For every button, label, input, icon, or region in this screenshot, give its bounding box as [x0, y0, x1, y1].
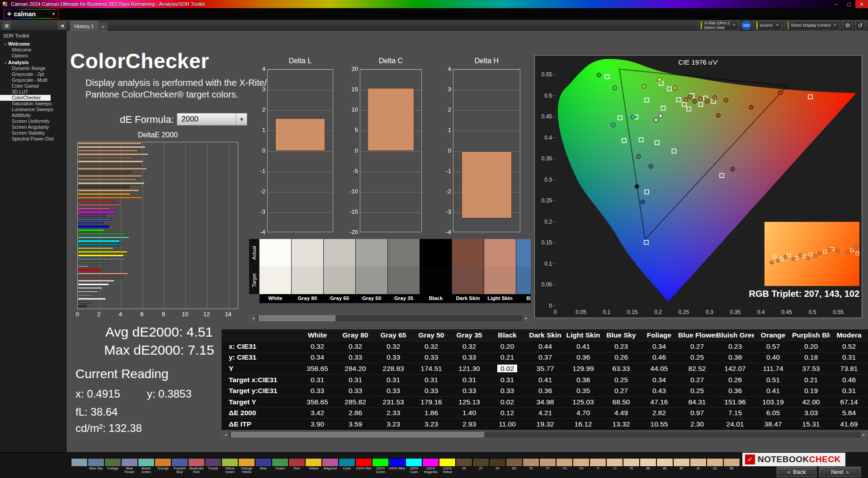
- footer-swatch-100-blue[interactable]: 100% Blue: [389, 458, 406, 474]
- table-cell: 0.33: [336, 387, 374, 395]
- footer-swatch-orange-yellow[interactable]: Orange Yellow: [238, 458, 255, 474]
- footer-swatch-5d[interactable]: 5D: [506, 458, 523, 474]
- source-selector-button[interactable]: Source ▼: [754, 20, 782, 30]
- deltae-bar-42: [78, 294, 93, 296]
- table-cell: 121.30: [450, 365, 488, 373]
- scroll-left-icon[interactable]: ◄: [250, 315, 257, 322]
- footer-swatch-7k[interactable]: 7K: [623, 458, 640, 474]
- scroll-right-icon[interactable]: ►: [860, 431, 868, 438]
- column-header-dark-skin: Dark Skin: [526, 331, 564, 339]
- display-control-button[interactable]: Direct Display Control ▼: [785, 20, 840, 30]
- footer-swatch-blue[interactable]: Blue: [255, 458, 272, 474]
- sidebar-item-screen-stability[interactable]: Screen Stability: [0, 130, 66, 136]
- back-button[interactable]: « Back: [777, 467, 816, 477]
- footer-swatch-cyan[interactable]: Cyan: [339, 458, 355, 474]
- sidebar-item-spectral-power-dist[interactable]: Spectral Power Dist.: [0, 136, 66, 142]
- svg-text:0.25: 0.25: [679, 309, 689, 315]
- meter-selector-button[interactable]: X-Rite i1Pro 2Direct View ▼: [698, 20, 739, 30]
- footer-swatch-2f[interactable]: 2F: [472, 458, 489, 474]
- sidebar-section-welcome[interactable]: ▾Welcome: [0, 40, 66, 47]
- swatch-column-gray-80: Gray 80: [292, 239, 323, 303]
- sidebar-item-color-gamut[interactable]: Color Gamut: [0, 83, 66, 89]
- sidebar-item-luminance-sweeps[interactable]: Luminance Sweeps: [0, 107, 66, 112]
- footer-swatch-magenta[interactable]: Magenta: [322, 458, 339, 474]
- footer-swatch-foliage[interactable]: Foliage: [104, 458, 121, 474]
- scrollbar-track[interactable]: [229, 431, 860, 438]
- footer-swatch-100-yellow[interactable]: 100% Yellow: [439, 458, 456, 474]
- footer-swatch-yellow[interactable]: Yellow: [305, 458, 322, 474]
- minimize-button[interactable]: ─: [830, 0, 843, 8]
- x-tick-label: 0: [75, 311, 79, 318]
- refresh-icon[interactable]: ↺: [855, 20, 865, 30]
- sidebar-item-welcome[interactable]: Welcome: [0, 47, 66, 53]
- sidebar-item-options[interactable]: Options: [0, 53, 66, 59]
- footer-swatch-purple[interactable]: Purple: [205, 458, 222, 474]
- swatch-scrollbar[interactable]: ◄ ►: [249, 314, 530, 322]
- footer-swatch-7h[interactable]: 7H: [573, 458, 590, 474]
- footer-swatch-purplish-blue[interactable]: Purplish Blue: [171, 458, 188, 474]
- footer-swatch-7e[interactable]: 7E: [523, 458, 539, 474]
- tab-history-1[interactable]: History 1: [70, 21, 98, 31]
- calman-logo-menu[interactable]: ❖ calman ▼: [4, 9, 59, 19]
- rgb-triplet-inset: [764, 222, 859, 286]
- sidebar-item-additivity[interactable]: Additivity: [0, 112, 66, 118]
- footer-swatch-100-cyan[interactable]: 100% Cyan: [406, 458, 422, 474]
- table-scrollbar[interactable]: ◄ ►: [222, 431, 868, 438]
- table-cell: 63.33: [602, 365, 640, 373]
- scroll-left-icon[interactable]: ◄: [222, 431, 229, 438]
- footer-swatch-blue-sky[interactable]: Blue Sky: [88, 458, 104, 474]
- next-button[interactable]: Next »: [819, 467, 861, 477]
- sidebar-item-3d-lut[interactable]: 3D LUT: [0, 89, 66, 95]
- footer-swatch-bluish-green[interactable]: Bluish Green: [138, 458, 155, 474]
- footer-swatch-8e[interactable]: 8E: [656, 458, 673, 474]
- scrollbar-thumb[interactable]: [259, 315, 335, 321]
- sidebar-item-colorchecker[interactable]: ColorChecker: [0, 95, 51, 101]
- panel-toggle-icon[interactable]: ▦: [3, 21, 11, 29]
- scrollbar-track[interactable]: [257, 315, 523, 322]
- sidebar-item-screen-angularity[interactable]: Screen Angularity: [0, 124, 66, 130]
- y-tick-label: 3: [262, 86, 265, 93]
- close-button[interactable]: ✕: [855, 0, 868, 8]
- add-tab-button[interactable]: +: [99, 23, 107, 31]
- scroll-right-icon[interactable]: ►: [523, 315, 530, 322]
- inset-target-marker: [780, 257, 783, 261]
- actual-patch: [388, 239, 420, 267]
- footer-swatch-100-red[interactable]: 100% Red: [355, 458, 372, 474]
- footer-swatch-8j[interactable]: 8J: [707, 458, 723, 474]
- scrollbar-thumb[interactable]: [231, 432, 484, 437]
- maximize-button[interactable]: ▢: [843, 0, 855, 8]
- footer-swatch-2e[interactable]: 2E: [456, 458, 472, 474]
- sidebar-item-dynamic-range[interactable]: Dynamic Range: [0, 66, 66, 71]
- reading-count-badge[interactable]: 326: [742, 21, 751, 30]
- footer-swatch-100-magenta[interactable]: 100% Magenta: [422, 458, 439, 474]
- sidebar-section-analysis[interactable]: ▾Analysis: [0, 59, 66, 66]
- settings-gear-icon[interactable]: ⚙: [843, 20, 853, 30]
- footer-swatch-8f[interactable]: 8F: [673, 458, 690, 474]
- footer-swatch-red[interactable]: Red: [288, 458, 305, 474]
- footer-swatch-7i[interactable]: 7I: [590, 458, 606, 474]
- table-cell: 0.41: [754, 387, 792, 395]
- footer-swatch-orange[interactable]: Orange: [155, 458, 171, 474]
- collapse-sidebar-icon[interactable]: ◀: [58, 21, 66, 29]
- footer-swatch-moderate-red[interactable]: Moderate Red: [188, 458, 205, 474]
- footer-swatch-green[interactable]: Green: [272, 458, 288, 474]
- footer-swatch-8i[interactable]: 8I: [690, 458, 707, 474]
- footer-swatch-7f[interactable]: 7F: [539, 458, 556, 474]
- footer-swatch-100-green[interactable]: 100% Green: [372, 458, 389, 474]
- sidebar-item-grayscale-2pt[interactable]: Grayscale - 2pt: [0, 71, 66, 77]
- footer-swatch-7g[interactable]: 7G: [556, 458, 573, 474]
- footer-swatch-yellow-green[interactable]: Yellow Green: [222, 458, 238, 474]
- back-label: Back: [793, 469, 806, 475]
- sidebar-item-grayscale-multi[interactable]: Grayscale - Multi: [0, 77, 66, 83]
- footer-swatch-partial[interactable]: [71, 458, 88, 474]
- footer-swatch-8b[interactable]: 8B: [640, 458, 656, 474]
- table-cell: 0.21: [488, 353, 526, 361]
- sidebar-item-screen-uniformity[interactable]: Screen Uniformity: [0, 118, 66, 124]
- patch-label: 100% Yellow: [439, 467, 456, 474]
- footer-swatch-2k[interactable]: 2K: [489, 458, 506, 474]
- sidebar-item-saturation-sweeps[interactable]: Saturation Sweeps: [0, 101, 66, 107]
- footer-swatch-blue-flower[interactable]: Blue Flower: [121, 458, 138, 474]
- de-formula-dropdown[interactable]: 2000 ▼: [177, 113, 247, 126]
- footer-swatch-8k[interactable]: 8K: [723, 458, 740, 474]
- footer-swatch-7j[interactable]: 7J: [606, 458, 623, 474]
